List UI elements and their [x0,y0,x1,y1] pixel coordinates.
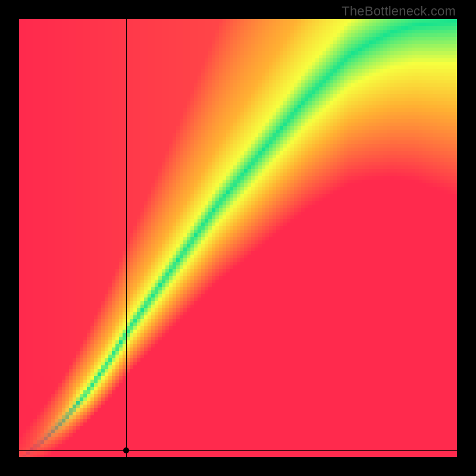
chart-frame: TheBottleneck.com [0,0,476,476]
watermark-label: TheBottleneck.com [342,4,456,19]
crosshair-horizontal [19,450,457,451]
plot-area [19,19,457,457]
bottleneck-heatmap [19,19,457,457]
selected-point-marker [123,447,129,453]
crosshair-vertical [126,19,127,457]
